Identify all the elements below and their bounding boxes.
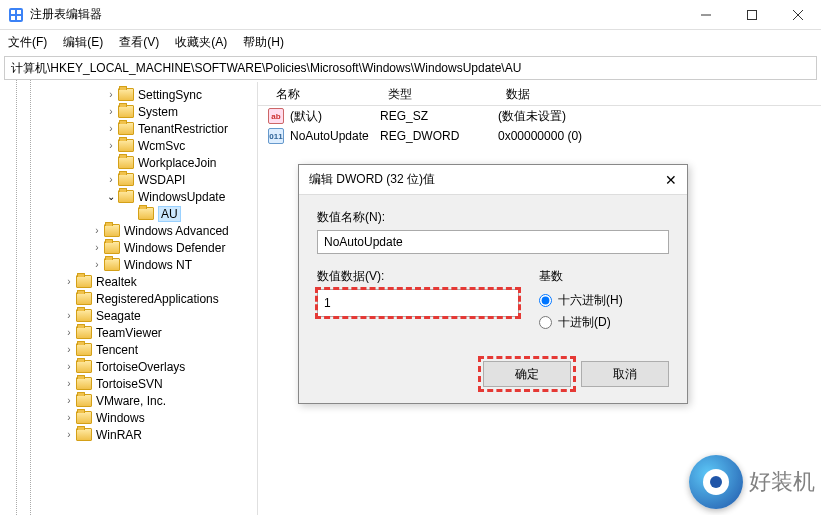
tree-item-label: Windows Defender [124, 241, 225, 255]
tree-chevron-icon[interactable]: › [90, 242, 104, 253]
tree-item[interactable]: ›Windows Defender [0, 239, 257, 256]
folder-icon [118, 122, 134, 135]
radio-hex-input[interactable] [539, 294, 552, 307]
menu-file[interactable]: 文件(F) [8, 34, 47, 51]
tree-item[interactable]: ›WcmSvc [0, 137, 257, 154]
cell-type: REG_SZ [380, 109, 498, 123]
tree-item[interactable]: ›TortoiseSVN [0, 375, 257, 392]
tree-item-label: SettingSync [138, 88, 202, 102]
edit-dword-dialog: 编辑 DWORD (32 位)值 ✕ 数值名称(N): 数值数据(V): 基数 … [298, 164, 688, 404]
value-data-input[interactable] [317, 289, 519, 317]
tree-item[interactable]: ›Tencent [0, 341, 257, 358]
tree-item[interactable]: ›Windows [0, 409, 257, 426]
radio-hex[interactable]: 十六进制(H) [539, 289, 669, 311]
folder-icon [104, 224, 120, 237]
tree-item[interactable]: RegisteredApplications [0, 290, 257, 307]
close-button[interactable] [775, 0, 821, 29]
tree-item[interactable]: ›Windows Advanced [0, 222, 257, 239]
tree-item-label: WindowsUpdate [138, 190, 225, 204]
list-row[interactable]: 011NoAutoUpdateREG_DWORD0x00000000 (0) [258, 126, 821, 146]
menu-help[interactable]: 帮助(H) [243, 34, 284, 51]
tree-chevron-icon[interactable]: › [62, 395, 76, 406]
tree-chevron-icon[interactable]: › [62, 429, 76, 440]
tree-guideline [30, 80, 31, 515]
tree-item[interactable]: ›WinRAR [0, 426, 257, 443]
menu-view[interactable]: 查看(V) [119, 34, 159, 51]
tree-item-label: TeamViewer [96, 326, 162, 340]
folder-icon [76, 343, 92, 356]
folder-icon [76, 326, 92, 339]
list-header: 名称 类型 数据 [258, 82, 821, 106]
tree-chevron-icon[interactable]: › [62, 276, 76, 287]
maximize-button[interactable] [729, 0, 775, 29]
folder-icon [118, 105, 134, 118]
tree-item[interactable]: ›Realtek [0, 273, 257, 290]
tree-item-label: WorkplaceJoin [138, 156, 216, 170]
tree-chevron-icon[interactable]: › [104, 174, 118, 185]
tree-item[interactable]: WorkplaceJoin [0, 154, 257, 171]
tree-item-label: TenantRestrictior [138, 122, 228, 136]
col-header-data[interactable]: 数据 [498, 82, 821, 105]
value-data-label: 数值数据(V): [317, 268, 519, 285]
watermark-text: 好装机 [749, 467, 815, 497]
svg-rect-2 [17, 10, 21, 14]
cancel-button[interactable]: 取消 [581, 361, 669, 387]
base-label: 基数 [539, 268, 669, 285]
folder-icon [76, 360, 92, 373]
app-icon [8, 7, 24, 23]
tree-chevron-icon[interactable]: › [62, 344, 76, 355]
watermark-logo-icon [689, 455, 743, 509]
tree-item[interactable]: ›WSDAPI [0, 171, 257, 188]
tree-item[interactable]: ›Windows NT [0, 256, 257, 273]
svg-rect-3 [11, 16, 15, 20]
tree-item[interactable]: ›TortoiseOverlays [0, 358, 257, 375]
tree-chevron-icon[interactable]: › [90, 259, 104, 270]
tree-chevron-icon[interactable]: › [62, 412, 76, 423]
tree-item[interactable]: ›System [0, 103, 257, 120]
tree-item[interactable]: AU [0, 205, 257, 222]
value-name-input[interactable] [317, 230, 669, 254]
menu-edit[interactable]: 编辑(E) [63, 34, 103, 51]
window-title: 注册表编辑器 [30, 6, 683, 23]
tree-item[interactable]: ›TenantRestrictior [0, 120, 257, 137]
tree-chevron-icon[interactable]: ⌄ [104, 191, 118, 202]
list-row[interactable]: ab(默认)REG_SZ(数值未设置) [258, 106, 821, 126]
col-header-type[interactable]: 类型 [380, 82, 498, 105]
folder-icon [76, 377, 92, 390]
tree-chevron-icon[interactable]: › [62, 327, 76, 338]
col-header-name[interactable]: 名称 [268, 82, 380, 105]
tree-chevron-icon[interactable]: › [62, 361, 76, 372]
ok-button[interactable]: 确定 [483, 361, 571, 387]
tree-item-label: Seagate [96, 309, 141, 323]
minimize-button[interactable] [683, 0, 729, 29]
tree-item[interactable]: ›TeamViewer [0, 324, 257, 341]
tree-chevron-icon[interactable]: › [90, 225, 104, 236]
tree-chevron-icon[interactable]: › [104, 106, 118, 117]
folder-icon [118, 139, 134, 152]
tree-item-label: Windows [96, 411, 145, 425]
folder-icon [138, 207, 154, 220]
svg-rect-6 [748, 10, 757, 19]
tree-item-label: VMware, Inc. [96, 394, 166, 408]
tree-item[interactable]: ›VMware, Inc. [0, 392, 257, 409]
tree-item[interactable]: ⌄WindowsUpdate [0, 188, 257, 205]
cell-type: REG_DWORD [380, 129, 498, 143]
folder-icon [118, 173, 134, 186]
tree-chevron-icon[interactable]: › [104, 89, 118, 100]
tree-chevron-icon[interactable]: › [104, 140, 118, 151]
tree-item[interactable]: ›Seagate [0, 307, 257, 324]
address-bar[interactable]: 计算机\HKEY_LOCAL_MACHINE\SOFTWARE\Policies… [4, 56, 817, 80]
tree-chevron-icon[interactable]: › [62, 378, 76, 389]
svg-rect-4 [17, 16, 21, 20]
tree-chevron-icon[interactable]: › [104, 123, 118, 134]
tree-chevron-icon[interactable]: › [62, 310, 76, 321]
radio-dec[interactable]: 十进制(D) [539, 311, 669, 333]
menu-fav[interactable]: 收藏夹(A) [175, 34, 227, 51]
cell-name: NoAutoUpdate [290, 129, 380, 143]
cell-data: 0x00000000 (0) [498, 129, 821, 143]
tree-panel[interactable]: ›SettingSync›System›TenantRestrictior›Wc… [0, 82, 258, 515]
tree-item[interactable]: ›SettingSync [0, 86, 257, 103]
tree-item-label: Windows Advanced [124, 224, 229, 238]
dialog-close-icon[interactable]: ✕ [665, 172, 677, 188]
radio-dec-input[interactable] [539, 316, 552, 329]
